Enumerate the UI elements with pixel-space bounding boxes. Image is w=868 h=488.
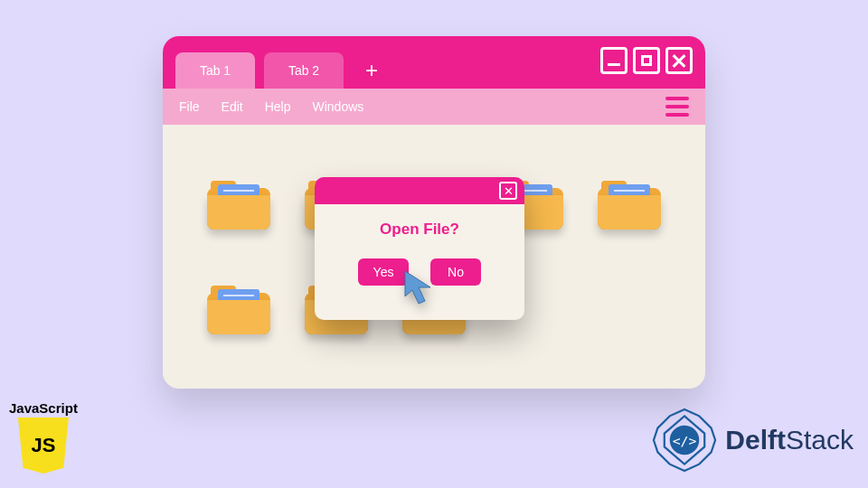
folder-icon[interactable] — [598, 179, 661, 230]
menubar: File Edit Help Windows — [163, 89, 705, 125]
tab-label: Tab 1 — [200, 63, 231, 78]
menu-file[interactable]: File — [179, 99, 200, 114]
brand-ornament-icon: </> — [651, 407, 718, 474]
close-icon: ✕ — [504, 184, 514, 198]
plus-icon: + — [365, 58, 378, 83]
tab-2[interactable]: Tab 2 — [264, 52, 344, 89]
folder-icon[interactable] — [207, 179, 270, 230]
maximize-button[interactable] — [633, 47, 660, 74]
folder-icon[interactable] — [207, 284, 270, 334]
brand-mark: </> DelftStack — [651, 407, 854, 474]
dialog-close-button[interactable]: ✕ — [499, 182, 517, 200]
brand-name: DelftStack — [725, 425, 854, 455]
tab-strip: Tab 1 Tab 2 + — [175, 52, 385, 89]
menu-help[interactable]: Help — [265, 99, 291, 114]
dialog-titlebar[interactable]: ✕ — [315, 177, 524, 204]
new-tab-button[interactable]: + — [358, 57, 385, 84]
menu-edit[interactable]: Edit — [222, 99, 243, 114]
minimize-button[interactable] — [600, 47, 627, 74]
badge-label: JavaScript — [9, 400, 78, 416]
tab-label: Tab 2 — [288, 63, 319, 78]
hamburger-icon[interactable] — [665, 97, 689, 117]
menu-windows[interactable]: Windows — [312, 99, 363, 114]
javascript-badge: JavaScript JS — [9, 400, 78, 474]
titlebar: Tab 1 Tab 2 + — [163, 36, 705, 89]
maximize-icon — [641, 55, 652, 66]
close-button[interactable] — [665, 47, 693, 74]
window-controls — [600, 47, 693, 74]
minimize-icon — [608, 63, 620, 66]
js-shield-icon: JS — [18, 418, 69, 474]
tab-1[interactable]: Tab 1 — [175, 52, 255, 89]
dialog-title: Open File? — [315, 221, 524, 239]
svg-text:</>: </> — [673, 433, 697, 448]
